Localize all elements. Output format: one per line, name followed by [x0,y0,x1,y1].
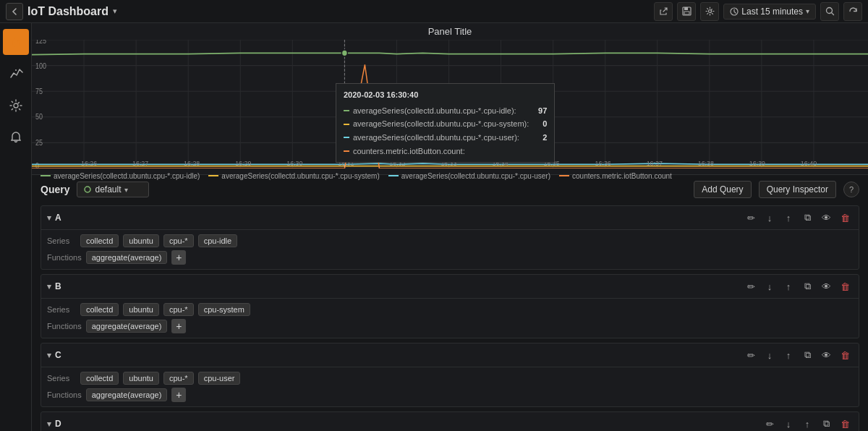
delete-icon-D[interactable]: 🗑 [837,416,853,431]
group-id-A: A [55,213,61,223]
add-function-button-B[interactable]: + [171,319,186,333]
sidebar-icon-fire[interactable] [3,29,29,55]
legend-label-user: averageSeries(collectd.ubuntu.cpu-*.cpu-… [401,172,550,180]
functions-label-C: Functions [47,391,82,399]
series-tag-C-0[interactable]: collectd [80,372,119,385]
settings-button[interactable] [700,2,719,21]
tooltip-value-system: 0 [532,117,547,131]
refresh-button[interactable] [843,2,862,21]
series-tag-B-3[interactable]: cpu-system [198,303,250,316]
series-tag-C-1[interactable]: ubuntu [123,372,159,385]
svg-text:16:38: 16:38 [698,160,714,167]
time-range-chevron: ▾ [806,7,809,15]
legend-item-idle[interactable]: averageSeries(collectd.ubuntu.cpu-*.cpu-… [41,172,200,180]
query-groups: ▾ A ✏ ↓ ↑ ⧉ 👁 🗑 Seriescollectdubuntucpu-… [41,205,859,431]
sidebar-icon-gear[interactable] [3,93,29,119]
search-button[interactable] [820,2,839,21]
series-tag-A-1[interactable]: ubuntu [123,234,159,247]
copy-icon-B[interactable]: ⧉ [799,278,815,294]
edit-icon-C[interactable]: ✏ [743,347,759,363]
content-area: Panel Title [32,23,868,431]
add-query-button[interactable]: Add Query [694,181,751,198]
datasource-value: default [95,184,121,195]
datasource-selector[interactable]: default ▾ [77,182,149,197]
query-inspector-button[interactable]: Query Inspector [759,181,836,198]
move-up-icon-A[interactable]: ↑ [780,210,796,226]
query-group-label-D[interactable]: ▾ D [47,419,61,429]
save-button[interactable] [677,2,696,21]
series-tag-A-3[interactable]: cpu-idle [198,234,238,247]
query-group-label-B[interactable]: ▾ B [47,281,61,291]
move-down-icon-A[interactable]: ↓ [762,210,778,226]
svg-rect-2 [684,12,689,14]
copy-icon-A[interactable]: ⧉ [799,210,815,226]
func-tag-C-0[interactable]: aggregate(average) [86,388,168,401]
move-down-icon-D[interactable]: ↓ [780,416,796,431]
tooltip-row-iot: counters.metric.iotButton.count: [344,145,547,158]
top-bar: IoT Dashboard ▾ Last [0,0,868,23]
series-tag-B-1[interactable]: ubuntu [123,303,159,316]
legend-item-iot[interactable]: counters.metric.iotButton.count [559,172,672,180]
dashboard-caret[interactable]: ▾ [113,7,117,16]
group-id-B: B [55,281,61,291]
query-header: Query default ▾ Add Query Query Inspecto… [41,181,859,198]
delete-icon-C[interactable]: 🗑 [837,347,853,363]
time-range-selector[interactable]: Last 15 minutes ▾ [723,4,816,20]
eye-icon-B[interactable]: 👁 [818,278,834,294]
func-tag-A-0[interactable]: aggregate(average) [86,251,168,264]
eye-icon-A[interactable]: 👁 [818,210,834,226]
legend-item-system[interactable]: averageSeries(collectd.ubuntu.cpu-*.cpu-… [208,172,379,180]
back-button[interactable] [6,3,23,20]
delete-icon-A[interactable]: 🗑 [837,210,853,226]
sidebar-icon-chart[interactable] [3,61,29,87]
copy-icon-C[interactable]: ⧉ [799,347,815,363]
edit-icon-A[interactable]: ✏ [743,210,759,226]
series-label-B: Series [47,305,76,314]
main-layout: Panel Title [0,23,868,431]
series-tag-A-0[interactable]: collectd [80,234,119,247]
collapse-chevron-B: ▾ [47,282,51,291]
delete-icon-B[interactable]: 🗑 [837,278,853,294]
share-button[interactable] [654,2,673,21]
query-group-label-C[interactable]: ▾ C [47,350,61,360]
help-button[interactable]: ? [843,182,859,197]
move-up-icon-B[interactable]: ↑ [780,278,796,294]
query-group-actions-B: ✏ ↓ ↑ ⧉ 👁 🗑 [743,278,853,294]
svg-text:16:40: 16:40 [801,160,817,167]
tooltip-label-iot: counters.metric.iotButton.count: [353,145,465,158]
series-tag-B-0[interactable]: collectd [80,303,119,316]
move-up-icon-D[interactable]: ↑ [799,416,815,431]
legend-label-iot: counters.metric.iotButton.count [572,172,672,180]
edit-icon-D[interactable]: ✏ [762,416,778,431]
series-tag-B-2[interactable]: cpu-* [163,303,194,316]
edit-icon-B[interactable]: ✏ [743,278,759,294]
collapse-chevron-C: ▾ [47,351,51,360]
series-tag-C-3[interactable]: cpu-user [198,372,241,385]
group-id-C: C [55,350,61,360]
query-group-body-B: Seriescollectdubuntucpu-*cpu-systemFunct… [41,299,859,338]
tooltip-value-idle: 97 [532,104,547,118]
copy-icon-D[interactable]: ⧉ [818,416,834,431]
tooltip-row-idle: averageSeries(collectd.ubuntu.cpu-*.cpu-… [344,104,547,118]
series-tag-A-2[interactable]: cpu-* [163,234,194,247]
eye-icon-C[interactable]: 👁 [818,347,834,363]
move-up-icon-C[interactable]: ↑ [780,347,796,363]
time-range-label: Last 15 minutes [741,7,803,17]
svg-text:16:37: 16:37 [647,160,663,167]
add-function-button-A[interactable]: + [171,250,186,265]
svg-text:16:30: 16:30 [286,160,302,167]
move-down-icon-C[interactable]: ↓ [762,347,778,363]
tooltip-value-user: 2 [532,131,547,145]
add-function-button-C[interactable]: + [171,388,186,402]
query-group-label-A[interactable]: ▾ A [47,213,61,223]
sidebar-icon-bell[interactable] [3,124,29,150]
func-tag-B-0[interactable]: aggregate(average) [86,320,168,333]
legend-item-user[interactable]: averageSeries(collectd.ubuntu.cpu-*.cpu-… [388,172,550,180]
legend-color-idle [41,175,51,176]
tooltip-dot-iot [344,150,349,152]
series-tag-C-2[interactable]: cpu-* [163,372,194,385]
svg-point-6 [15,69,17,71]
query-group-actions-D: ✏ ↓ ↑ ⧉ 🗑 [762,416,853,431]
query-group-header-B: ▾ B ✏ ↓ ↑ ⧉ 👁 🗑 [41,275,859,299]
move-down-icon-B[interactable]: ↓ [762,278,778,294]
